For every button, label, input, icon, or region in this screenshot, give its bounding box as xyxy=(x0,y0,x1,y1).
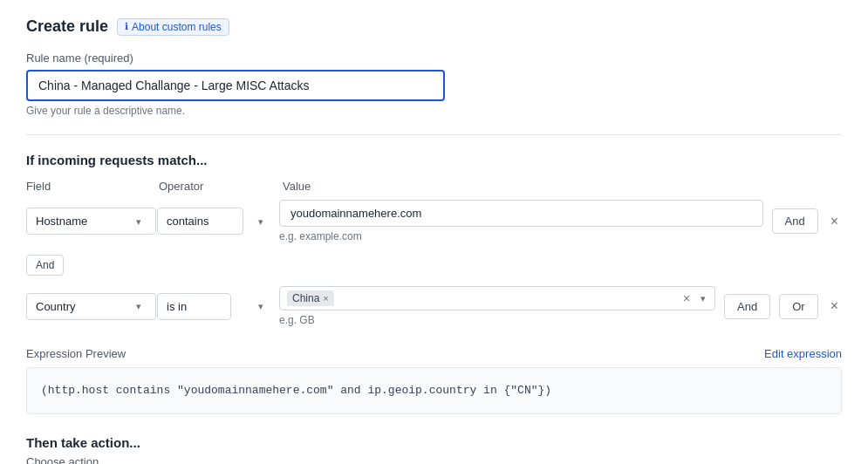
col-header-field: Field xyxy=(26,180,148,193)
tag-label: China xyxy=(292,292,319,304)
remove-row-1-button[interactable]: × xyxy=(827,211,842,232)
column-headers: Field Operator Value xyxy=(26,180,842,193)
and-button-1[interactable]: And xyxy=(772,208,818,234)
china-tag: China × xyxy=(287,290,334,306)
about-custom-rules-link[interactable]: ℹ About custom rules xyxy=(117,18,229,36)
action-label: Choose action xyxy=(26,455,842,465)
operator-select-wrapper-2[interactable]: is in equals is not in xyxy=(157,293,270,320)
expression-header: Expression Preview Edit expression xyxy=(26,347,842,360)
incoming-requests-section: If incoming requests match... Field Oper… xyxy=(26,153,842,326)
create-rule-header: Create rule ℹ About custom rules xyxy=(26,17,842,36)
field-select-2[interactable]: Country Hostname IP Source Address xyxy=(26,293,156,320)
operator-select-1[interactable]: contains equals starts with ends with xyxy=(157,208,243,235)
value-hint-2: e.g. GB xyxy=(279,314,715,326)
incoming-requests-title: If incoming requests match... xyxy=(26,153,842,167)
operator-select-wrapper-1[interactable]: contains equals starts with ends with xyxy=(157,208,270,235)
tag-remove-button[interactable]: × xyxy=(323,294,328,304)
condition-row-2: Country Hostname IP Source Address is in… xyxy=(26,286,842,326)
and-connector-badge: And xyxy=(26,255,64,276)
action-title: Then take action... xyxy=(26,435,842,450)
section-divider xyxy=(26,134,842,135)
action-section: Then take action... Choose action Manage… xyxy=(26,435,842,465)
tag-clear-all-button[interactable]: × xyxy=(680,291,694,305)
expression-box: (http.host contains "youdomainnamehere.c… xyxy=(26,367,842,414)
condition-row-1: Hostname Country IP Source Address URI P… xyxy=(26,200,842,242)
rule-name-hint: Give your rule a descriptive name. xyxy=(26,105,842,117)
expression-preview-section: Expression Preview Edit expression (http… xyxy=(26,347,842,414)
about-link-label: About custom rules xyxy=(132,21,222,33)
edit-expression-link[interactable]: Edit expression xyxy=(764,347,842,360)
value-hint-1: e.g. example.com xyxy=(279,230,763,242)
tag-input-wrapper[interactable]: China × × ▾ xyxy=(279,286,715,310)
remove-row-2-button[interactable]: × xyxy=(827,296,842,317)
operator-select-2[interactable]: is in equals is not in xyxy=(157,293,231,320)
field-select-wrapper-1[interactable]: Hostname Country IP Source Address URI P… xyxy=(26,208,148,235)
page-title: Create rule xyxy=(26,17,108,36)
rule-name-label: Rule name (required) xyxy=(26,51,842,65)
col-header-operator: Operator xyxy=(159,180,272,193)
value-input-1[interactable] xyxy=(279,200,763,227)
rule-name-section: Rule name (required) Give your rule a de… xyxy=(26,51,842,117)
expression-label: Expression Preview xyxy=(26,347,126,360)
field-select-1[interactable]: Hostname Country IP Source Address URI P… xyxy=(26,208,156,235)
col-header-value: Value xyxy=(283,180,842,193)
rule-name-input[interactable] xyxy=(26,70,445,101)
or-button-2[interactable]: Or xyxy=(779,294,817,319)
info-icon: ℹ xyxy=(125,21,128,32)
tag-dropdown-button[interactable]: ▾ xyxy=(699,293,707,304)
field-select-wrapper-2[interactable]: Country Hostname IP Source Address xyxy=(26,293,148,320)
and-button-2[interactable]: And xyxy=(724,294,770,319)
